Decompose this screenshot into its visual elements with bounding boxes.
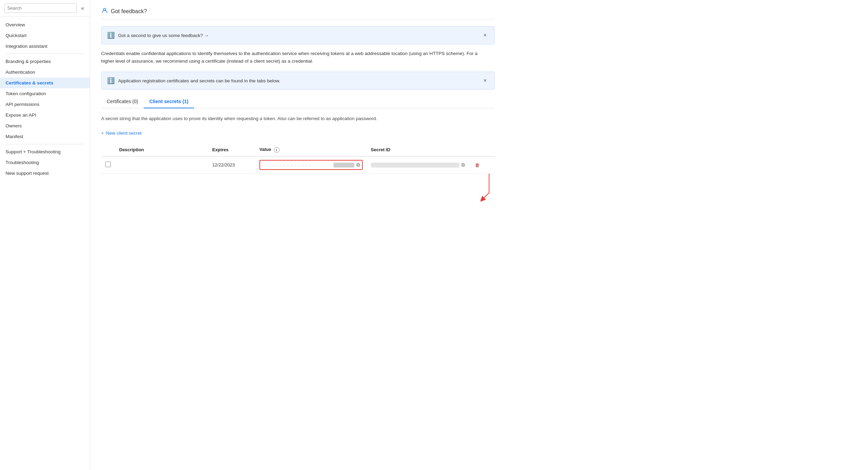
certs-info-banner: ℹ️ Application registration certificates… <box>101 72 495 90</box>
red-arrow-annotation <box>479 174 499 201</box>
col-header-expires: Expires <box>208 144 255 156</box>
annotation-arrow-container <box>101 174 495 201</box>
feedback-banner-text: Got a second to give us some feedback? → <box>118 33 478 38</box>
tab-certificates[interactable]: Certificates (0) <box>101 95 144 108</box>
table-row: 12/22/2023 · · · · · · · · · · · · · · ⧉… <box>101 156 495 174</box>
credentials-description: Credentials enable confidential applicat… <box>101 50 482 65</box>
sidebar-item-expose-api[interactable]: Expose an API <box>0 110 90 120</box>
tabs-row: Certificates (0) Client secrets (1) <box>101 95 495 108</box>
sidebar-item-troubleshooting[interactable]: Troubleshooting <box>0 157 90 168</box>
sidebar-item-support-troubleshooting[interactable]: Support + Troubleshooting <box>0 146 90 157</box>
value-highlighted-box: · · · · · · · · · · · · · · ⧉ <box>259 160 363 170</box>
row-description-cell <box>115 156 208 174</box>
sidebar-item-integration-assistant[interactable]: Integration assistant <box>0 41 90 52</box>
copy-value-button[interactable]: ⧉ <box>356 161 361 169</box>
plus-icon: + <box>101 130 104 136</box>
page-title: Got feedback? <box>111 8 147 15</box>
feedback-banner-close[interactable]: × <box>481 32 489 39</box>
svg-point-0 <box>104 8 106 10</box>
search-input[interactable] <box>4 3 77 13</box>
certs-info-banner-text: Application registration certificates an… <box>118 78 478 83</box>
row-expires-cell: 12/22/2023 <box>208 156 255 174</box>
sidebar-item-manifest[interactable]: Manifest <box>0 131 90 142</box>
collapse-sidebar-button[interactable]: « <box>80 4 86 12</box>
info-icon-1: ℹ️ <box>107 31 115 39</box>
secrets-table: Description Expires Value i Secret ID <box>101 144 495 174</box>
certs-info-banner-close[interactable]: × <box>481 77 489 84</box>
sidebar: « Overview Quickstart Integration assist… <box>0 0 90 470</box>
sidebar-item-quickstart[interactable]: Quickstart <box>0 30 90 41</box>
sidebar-search-row: « <box>0 0 90 17</box>
new-client-secret-button[interactable]: + New client secret <box>101 128 142 138</box>
sidebar-nav: Overview Quickstart Integration assistan… <box>0 17 90 181</box>
secret-id-box: ⧉ <box>371 161 466 169</box>
sidebar-item-new-support[interactable]: New support request <box>0 168 90 179</box>
value-masked-bar <box>334 163 354 168</box>
value-masked-dots: · · · · · · · · · · · · · · <box>262 163 332 168</box>
feedback-icon <box>101 7 108 16</box>
value-info-icon[interactable]: i <box>274 147 280 153</box>
tab-client-secrets[interactable]: Client secrets (1) <box>144 95 194 108</box>
main-content: Got feedback? ℹ️ Got a second to give us… <box>90 0 868 470</box>
row-secret-id-cell: ⧉ <box>367 156 470 174</box>
sidebar-divider-manage <box>6 54 84 54</box>
col-header-checkbox <box>101 144 115 156</box>
copy-secret-id-button[interactable]: ⧉ <box>461 161 466 169</box>
col-header-value: Value i <box>255 144 367 156</box>
row-checkbox[interactable] <box>105 162 111 167</box>
col-header-secret-id: Secret ID <box>367 144 470 156</box>
row-checkbox-cell <box>101 156 115 174</box>
sidebar-item-certificates[interactable]: Certificates & secrets <box>0 78 90 88</box>
info-icon-2: ℹ️ <box>107 77 115 84</box>
table-header-row: Description Expires Value i Secret ID <box>101 144 495 156</box>
sidebar-item-owners[interactable]: Owners <box>0 120 90 131</box>
row-actions-cell: 🗑 <box>470 156 495 174</box>
sidebar-divider-support <box>6 144 84 144</box>
secret-id-masked-bar <box>371 163 460 168</box>
row-action-icons: 🗑 <box>474 161 490 169</box>
feedback-banner: ℹ️ Got a second to give us some feedback… <box>101 26 495 44</box>
row-value-cell: · · · · · · · · · · · · · · ⧉ <box>255 156 367 174</box>
sidebar-item-overview[interactable]: Overview <box>0 19 90 30</box>
client-secrets-subtitle: A secret string that the application use… <box>101 115 495 122</box>
sidebar-item-branding[interactable]: Branding & properties <box>0 56 90 67</box>
sidebar-item-authentication[interactable]: Authentication <box>0 67 90 78</box>
col-header-actions <box>470 144 495 156</box>
page-header: Got feedback? <box>101 7 495 19</box>
delete-secret-button[interactable]: 🗑 <box>474 161 481 169</box>
sidebar-item-token-config[interactable]: Token configuration <box>0 88 90 99</box>
new-client-secret-label: New client secret <box>106 130 142 136</box>
sidebar-item-api-permissions[interactable]: API permissions <box>0 99 90 110</box>
col-header-description: Description <box>115 144 208 156</box>
